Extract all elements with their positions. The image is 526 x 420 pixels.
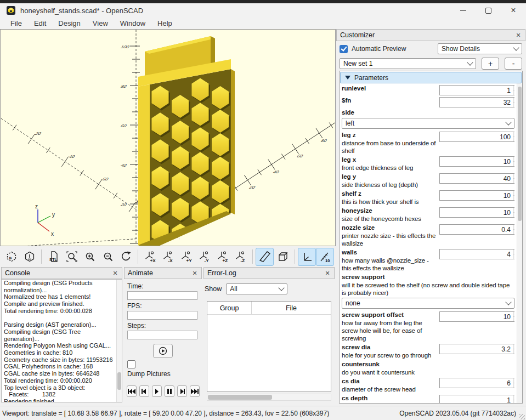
spin-up-button[interactable]: [513, 132, 514, 137]
spin-down-button[interactable]: [513, 229, 514, 234]
spin-down-button[interactable]: [513, 383, 514, 388]
spinbox[interactable]: 6: [439, 378, 514, 388]
close-button[interactable]: ×: [501, 3, 526, 18]
param-select-side[interactable]: left: [342, 118, 514, 129]
console-header[interactable]: Console ×: [1, 267, 122, 279]
dump-pictures-checkbox[interactable]: [127, 360, 135, 368]
close-icon[interactable]: ×: [514, 31, 523, 39]
spin-up-button[interactable]: [513, 395, 514, 400]
spin-up-button[interactable]: [513, 208, 514, 212]
skip-end-button[interactable]: [190, 385, 200, 397]
errorlog-hscrollbar[interactable]: [207, 394, 331, 401]
view-+y-button[interactable]: +Y: [177, 248, 195, 266]
perspective-button[interactable]: [256, 248, 274, 266]
spinbox[interactable]: 1: [439, 85, 514, 95]
errorlog-header[interactable]: Error-Log ×: [203, 267, 335, 279]
console-scrollbar[interactable]: [116, 280, 122, 402]
spin-up-button[interactable]: [513, 191, 514, 195]
spinbox-value[interactable]: 3.2: [440, 344, 513, 354]
spin-down-button[interactable]: [513, 90, 514, 95]
spin-up-button[interactable]: [513, 378, 514, 383]
parameters-scrollbar[interactable]: [517, 83, 522, 403]
spinbox-value[interactable]: 10: [440, 157, 513, 166]
spinbox-value[interactable]: 100: [440, 132, 513, 141]
time-input[interactable]: [127, 291, 197, 300]
spin-up-button[interactable]: [513, 98, 514, 102]
add-preset-button[interactable]: +: [482, 58, 499, 70]
column-header-file[interactable]: File: [252, 302, 331, 314]
menu-view[interactable]: View: [87, 19, 114, 28]
zoom-out-button[interactable]: [99, 248, 117, 266]
minimize-button[interactable]: [450, 3, 476, 18]
spin-up-button[interactable]: [513, 225, 514, 229]
spin-down-button[interactable]: [513, 316, 514, 321]
view--z-button[interactable]: -Z: [231, 248, 250, 266]
view--x-button[interactable]: -X: [159, 248, 177, 266]
steps-input[interactable]: [127, 331, 197, 339]
show-details-select[interactable]: Show Details: [438, 43, 522, 54]
spinbox-value[interactable]: 40: [440, 174, 513, 183]
spinbox[interactable]: 10: [439, 156, 514, 167]
menu-design[interactable]: Design: [52, 19, 86, 28]
spin-down-button[interactable]: [513, 195, 514, 200]
spinbox-value[interactable]: 0.4: [440, 225, 513, 234]
spinbox[interactable]: 1: [439, 395, 514, 403]
spinbox-value[interactable]: 10: [440, 208, 513, 217]
view-+z-button[interactable]: +Z: [213, 248, 231, 266]
zoom-all-button[interactable]: [63, 248, 81, 266]
orthogonal-button[interactable]: [274, 248, 292, 266]
spin-up-button[interactable]: [513, 344, 514, 349]
step-forward-button[interactable]: [177, 385, 187, 397]
animate-header[interactable]: Animate ×: [124, 267, 202, 279]
console-log[interactable]: Compiling design (CSG Productsnormalizat…: [1, 279, 122, 402]
spinbox[interactable]: 4: [439, 249, 514, 259]
spin-up-button[interactable]: [513, 174, 514, 178]
close-icon[interactable]: ×: [323, 269, 332, 277]
spinbox[interactable]: 40: [439, 173, 514, 184]
spin-down-button[interactable]: [513, 212, 514, 217]
preset-select[interactable]: New set 1: [340, 58, 476, 69]
skip-start-button[interactable]: [127, 385, 137, 397]
render-button[interactable]: [20, 248, 38, 266]
play-button[interactable]: [152, 385, 162, 397]
pause-button[interactable]: [165, 385, 174, 397]
close-icon[interactable]: ×: [190, 269, 199, 277]
spin-up-button[interactable]: [513, 86, 514, 90]
spinbox[interactable]: 0.4: [439, 224, 514, 235]
step-back-button[interactable]: [139, 385, 149, 397]
view--y-button[interactable]: -Y: [195, 248, 213, 266]
customizer-header[interactable]: Customizer ×: [336, 29, 525, 41]
automatic-preview-checkbox[interactable]: [340, 45, 348, 53]
spin-down-button[interactable]: [513, 102, 514, 107]
show-scale-button[interactable]: 10: [316, 248, 334, 266]
param-select-screw-support[interactable]: none: [342, 298, 514, 309]
show-axes-button[interactable]: [298, 248, 316, 266]
spinbox-value[interactable]: 4: [440, 249, 513, 259]
viewport-canvas[interactable]: 204060801002040608010080604020zyx: [1, 30, 335, 246]
spin-down-button[interactable]: [513, 161, 514, 166]
spinbox[interactable]: 10: [439, 190, 514, 201]
spinbox-value[interactable]: 1: [440, 395, 513, 403]
spinbox-value[interactable]: 1: [440, 86, 513, 95]
maximize-button[interactable]: [476, 3, 501, 18]
spinbox-value[interactable]: 32: [440, 98, 513, 107]
spinbox[interactable]: 100: [439, 132, 514, 142]
view-+x-button[interactable]: +X: [141, 248, 159, 266]
errorlog-table[interactable]: GroupFile: [207, 301, 331, 392]
spin-down-button[interactable]: [513, 254, 514, 259]
vcr-play-button[interactable]: [153, 344, 173, 358]
menu-help[interactable]: Help: [151, 19, 178, 28]
spinbox[interactable]: 3.2: [439, 344, 514, 354]
menu-window[interactable]: Window: [114, 19, 151, 28]
zoom-in-button[interactable]: [81, 248, 99, 266]
spin-up-button[interactable]: [513, 312, 514, 316]
reset-view-button[interactable]: [117, 248, 135, 266]
spin-down-button[interactable]: [513, 349, 514, 354]
column-header-group[interactable]: Group: [207, 302, 252, 314]
spin-down-button[interactable]: [513, 178, 514, 183]
spin-up-button[interactable]: [513, 157, 514, 161]
spin-down-button[interactable]: [513, 400, 514, 403]
preview-button[interactable]: »: [2, 248, 20, 266]
spinbox-value[interactable]: 6: [440, 378, 513, 388]
parameters-group-header[interactable]: Parameters: [340, 72, 522, 83]
